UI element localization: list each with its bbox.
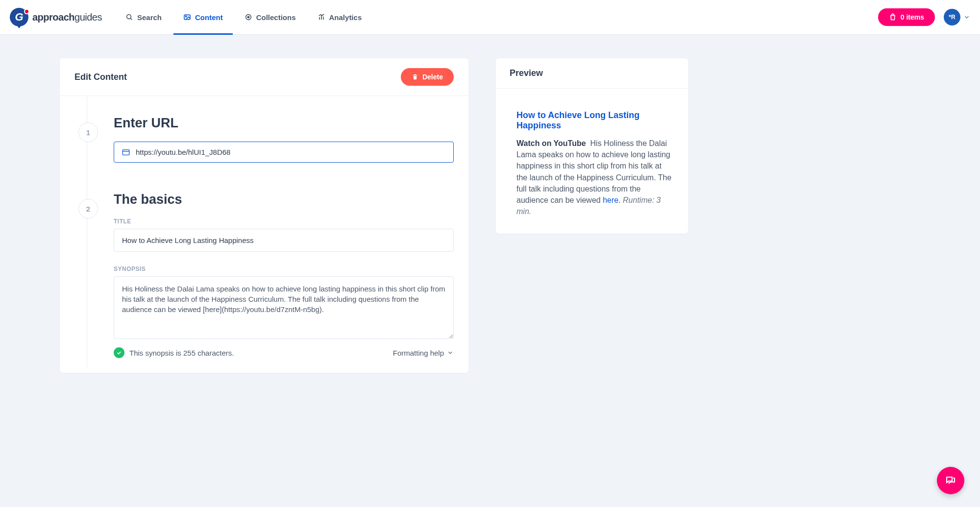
nav-collections[interactable]: Collections (235, 0, 306, 35)
formatting-help-toggle[interactable]: Formatting help (393, 349, 454, 357)
cart-button[interactable]: 0 items (878, 8, 935, 26)
title-input[interactable] (114, 229, 454, 252)
preview-body: How to Achieve Long Lasting Happiness Wa… (496, 89, 688, 234)
search-icon (125, 13, 133, 21)
edit-content-card: Edit Content Delete 1 Enter URL (60, 58, 468, 373)
nav-label: Collections (256, 13, 296, 22)
step-heading: The basics (114, 192, 454, 207)
nav-label: Analytics (329, 13, 362, 22)
step-basics: 2 The basics TITLE SYNOPSIS This syn (74, 172, 454, 368)
chart-icon (318, 13, 325, 21)
synopsis-field: SYNOPSIS This synopsis is 255 characters… (114, 266, 454, 358)
brand-name: approachguides (32, 12, 102, 23)
preview-body-pre: His Holiness the Dalai Lama speaks on ho… (516, 139, 671, 204)
notification-dot-icon (24, 9, 29, 14)
brand-logo[interactable]: G approachguides (10, 8, 102, 26)
avatar: *R (944, 9, 960, 25)
preview-heading: Preview (496, 58, 688, 89)
nav-label: Content (195, 13, 223, 22)
browser-icon (122, 149, 130, 156)
svg-rect-9 (122, 149, 129, 155)
preview-card: Preview How to Achieve Long Lasting Happ… (496, 58, 688, 234)
card-header: Edit Content Delete (60, 58, 468, 96)
svg-point-3 (186, 16, 187, 17)
page-body: Edit Content Delete 1 Enter URL (0, 35, 980, 396)
svg-point-5 (247, 16, 249, 18)
synopsis-textarea[interactable] (114, 276, 454, 339)
step-enter-url: 1 Enter URL (74, 96, 454, 172)
nav-analytics[interactable]: Analytics (308, 0, 372, 35)
chevron-down-icon (447, 349, 454, 356)
nav-label: Search (137, 13, 162, 22)
delete-button[interactable]: Delete (401, 68, 454, 86)
char-count-status: This synopsis is 255 characters. (114, 347, 234, 358)
trash-icon (412, 73, 418, 80)
field-label: SYNOPSIS (114, 266, 454, 272)
check-icon (114, 347, 124, 358)
primary-nav: Search Content Collections Analytics (116, 0, 371, 35)
svg-point-0 (127, 15, 131, 19)
formatting-help-label: Formatting help (393, 349, 444, 357)
url-input[interactable] (136, 148, 445, 156)
preview-lead: Watch on YouTube (516, 139, 586, 147)
user-menu[interactable]: *R (944, 9, 970, 25)
logo-mark: G (10, 8, 28, 26)
step-heading: Enter URL (114, 116, 454, 131)
status-text: This synopsis is 255 characters. (129, 349, 234, 357)
page-title: Edit Content (74, 72, 127, 82)
field-label: TITLE (114, 218, 454, 225)
preview-body-post: . (618, 196, 623, 204)
step-number: 2 (78, 199, 98, 218)
chevron-down-icon (963, 14, 970, 21)
delete-label: Delete (422, 73, 443, 81)
url-input-wrap[interactable] (114, 142, 454, 163)
title-field: TITLE (114, 218, 454, 252)
synopsis-footer: This synopsis is 255 characters. Formatt… (114, 347, 454, 358)
svg-line-1 (130, 18, 132, 20)
preview-title: How to Achieve Long Lasting Happiness (516, 110, 674, 131)
target-icon (245, 13, 252, 21)
preview-text: Watch on YouTube His Holiness the Dalai … (516, 138, 674, 217)
image-icon (183, 13, 191, 21)
preview-link[interactable]: here (603, 196, 618, 204)
cart-label: 0 items (901, 13, 924, 21)
step-number: 1 (78, 122, 98, 142)
steps-container: 1 Enter URL 2 The basics TITLE (60, 96, 468, 368)
top-navbar: G approachguides Search Content Collecti… (0, 0, 980, 35)
nav-content[interactable]: Content (173, 0, 233, 35)
nav-search[interactable]: Search (116, 0, 172, 35)
shopping-bag-icon (889, 13, 897, 21)
